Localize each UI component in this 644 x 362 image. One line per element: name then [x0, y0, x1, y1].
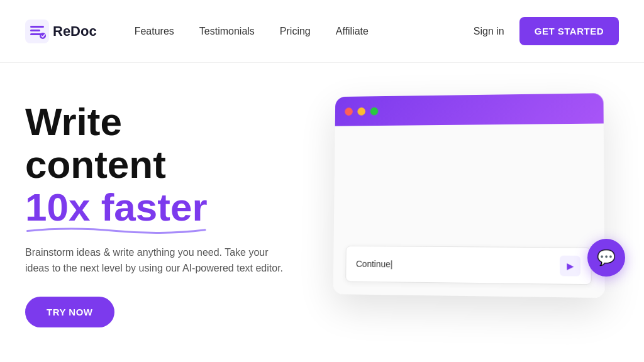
navbar: ReDoc Features Testimonials Pricing Affi…: [0, 0, 644, 63]
window-dot-green: [370, 107, 379, 115]
window-body: Continue| ▶: [333, 123, 605, 298]
window-dot-yellow: [357, 107, 365, 115]
send-icon: ▶: [567, 261, 574, 271]
hero-left: Write content 10x faster Brainstorm idea…: [25, 88, 314, 327]
nav-link-features[interactable]: Features: [135, 26, 174, 37]
hero-title: Write content 10x faster: [25, 101, 314, 229]
svg-rect-2: [30, 30, 40, 31]
window-dot-red: [345, 107, 353, 116]
get-started-button[interactable]: GET STARTED: [519, 17, 619, 45]
app-window: Continue| ▶: [333, 93, 605, 298]
logo[interactable]: ReDoc: [25, 19, 97, 43]
try-now-button[interactable]: TRY NOW: [25, 297, 114, 327]
accent-underline: [25, 226, 208, 234]
logo-text: ReDoc: [53, 23, 97, 40]
nav-link-affiliate[interactable]: Affiliate: [336, 26, 369, 37]
nav-links: Features Testimonials Pricing Affiliate: [135, 26, 474, 37]
window-titlebar: [335, 93, 604, 126]
chat-icon: 💬: [597, 249, 616, 266]
logo-icon: [25, 19, 49, 43]
hero-right: Continue| ▶ 💬: [314, 88, 619, 295]
hero-title-line2: content: [25, 143, 166, 186]
nav-link-testimonials[interactable]: Testimonials: [199, 26, 255, 37]
svg-rect-1: [30, 26, 44, 28]
svg-point-4: [40, 33, 46, 39]
window-input-area: Continue| ▶: [345, 246, 592, 285]
sign-in-button[interactable]: Sign in: [474, 26, 504, 37]
hero-description: Brainstorm ideas & write anything you ne…: [25, 244, 289, 277]
hero-title-line1: Write: [25, 100, 122, 143]
nav-link-pricing[interactable]: Pricing: [280, 26, 311, 37]
window-send-button[interactable]: ▶: [560, 256, 580, 277]
hero-title-accent: 10x faster: [25, 186, 208, 229]
nav-actions: Sign in GET STARTED: [474, 17, 619, 45]
chat-bubble-button[interactable]: 💬: [587, 239, 625, 277]
window-input-text: Continue|: [356, 259, 392, 270]
hero-section: Write content 10x faster Brainstorm idea…: [0, 63, 644, 362]
